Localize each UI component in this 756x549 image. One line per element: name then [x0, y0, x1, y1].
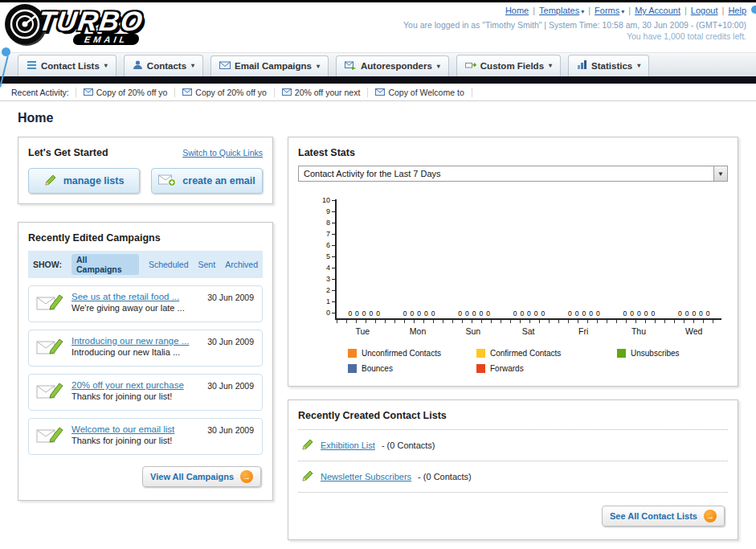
latest-stats-title: Latest Stats [298, 147, 728, 158]
top-link-help[interactable]: Help [728, 6, 746, 15]
legend-label: Forwards [490, 364, 524, 373]
campaign-title-link[interactable]: Welcome to our email list [72, 424, 174, 434]
recent-activity-label: Recent Activity: [11, 88, 69, 97]
recent-activity-item[interactable]: Copy of Welcome to [368, 88, 472, 97]
arrow-right-icon: → [240, 470, 253, 483]
legend-label: Unsubscribes [631, 349, 680, 358]
contact-list-link[interactable]: Exhibition List [321, 440, 375, 450]
nav-tab-contacts[interactable]: Contacts ▾ [124, 55, 203, 76]
campaign-subtitle: Thanks for joining our list! [72, 391, 184, 401]
nav-tab-contact-lists[interactable]: Contact Lists ▾ [18, 55, 116, 76]
left-column: Let's Get Started Switch to Quick Links … [18, 137, 273, 501]
recent-activity-item[interactable]: Copy of 20% off yo [76, 88, 176, 97]
contact-list-link[interactable]: Newsletter Subscribers [321, 472, 411, 481]
filter-scheduled[interactable]: Scheduled [149, 260, 189, 269]
legend-item: Unsubscribes [617, 349, 721, 358]
header: TURBO EMAIL Home|Templates▾|Forms▾|My Ac… [0, 2, 756, 52]
create-email-button[interactable]: create an email [151, 168, 263, 194]
nav-tab-label: Statistics [591, 61, 632, 71]
recent-contact-lists-box: Recently Created Contact Lists Exhibitio… [288, 399, 738, 540]
bar-group: 00000 [337, 199, 391, 318]
credits-info: You have 1,000 total credits left. [403, 31, 746, 41]
filter-archived[interactable]: Archived [225, 260, 258, 269]
recent-activity-item[interactable]: Copy of 20% off yo [175, 88, 275, 97]
logo-wordmark: TURBO EMAIL [39, 6, 144, 37]
legend-swatch [476, 349, 485, 358]
top-link-templates-label: Templates [539, 6, 579, 15]
logo-subtitle: EMAIL [72, 34, 140, 45]
view-all-campaigns-button[interactable]: View All Campaigns → [142, 466, 261, 487]
top-link-home[interactable]: Home [505, 6, 529, 15]
legend-label: Confirmed Contacts [490, 349, 561, 358]
bar-value-label: 0 [411, 309, 415, 318]
bar-value-label: 0 [541, 309, 546, 318]
legend-item: Bounces [348, 364, 476, 373]
top-link-forms[interactable]: Forms▾ [595, 6, 624, 15]
nav-tab-label: Custom Fields [480, 61, 544, 71]
campaign-title-link[interactable]: 20% off your next purchase [72, 380, 184, 390]
switch-quick-links-link[interactable]: Switch to Quick Links [182, 148, 263, 158]
decorative-dot-right [751, 6, 756, 14]
campaign-row[interactable]: 20% off your next purchase Thanks for jo… [28, 374, 263, 411]
nav-tab-custom-fields[interactable]: Custom Fields ▾ [456, 55, 561, 76]
campaign-row[interactable]: See us at the retail food ... We're givi… [28, 285, 263, 322]
main-content: Home Let's Get Started Switch to Quick L… [0, 101, 756, 549]
legend-swatch [348, 364, 357, 373]
pencil-icon [44, 174, 57, 189]
separator: | [588, 6, 590, 15]
bar-value-label: 0 [644, 309, 648, 318]
see-all-contact-lists-button[interactable]: See All Contact Lists → [602, 506, 725, 526]
campaign-subtitle: We're giving away our late ... [72, 303, 185, 313]
envelope-pencil-icon [36, 380, 63, 404]
top-link-templates[interactable]: Templates▾ [539, 6, 584, 15]
main-nav: Contact Lists ▾ Contacts ▾ Email Campaig… [0, 52, 756, 76]
contact-list-item[interactable]: Newsletter Subscribers - (0 Contacts) [298, 461, 728, 493]
contact-list-item[interactable]: Exhibition List - (0 Contacts) [298, 430, 728, 461]
turbo-email-logo: TURBO EMAIL [5, 4, 144, 44]
bar-value-label: 0 [355, 309, 359, 318]
campaign-title-link[interactable]: See us at the retail food ... [72, 292, 185, 301]
nav-tab-statistics[interactable]: Statistics ▾ [568, 55, 649, 76]
bar-value-label: 0 [362, 309, 366, 318]
x-tick-label: Sun [445, 323, 501, 336]
nav-tab-autoresponders[interactable]: Autoresponders ▾ [336, 55, 449, 76]
bar-value-label: 0 [589, 309, 593, 318]
stats-period-select[interactable]: Contact Activity for the Last 7 Days ▼ [298, 166, 728, 182]
bar-value-label: 0 [376, 309, 380, 318]
filter-sent[interactable]: Sent [198, 260, 216, 269]
manage-lists-button[interactable]: manage lists [28, 168, 140, 194]
bar-value-label: 0 [479, 309, 483, 318]
bar-value-label: 0 [513, 309, 517, 318]
recent-activity-text: Copy of 20% off yo [195, 88, 267, 97]
recent-contact-lists-title: Recently Created Contact Lists [298, 410, 728, 421]
top-link-my-account[interactable]: My Account [635, 6, 680, 15]
nav-tab-label: Email Campaigns [235, 61, 312, 71]
latest-stats-box: Latest Stats Contact Activity for the La… [288, 137, 738, 387]
nav-tab-email-campaigns[interactable]: Email Campaigns ▾ [210, 55, 329, 76]
recent-campaigns-box: Recently Edited Campaigns SHOW: All Camp… [18, 222, 273, 501]
contact-activity-chart: 109876543210 000000000000000000000000000… [319, 199, 721, 373]
chart-legend: Unconfirmed ContactsConfirmed ContactsUn… [348, 349, 721, 373]
login-info: You are logged in as "Timothy Smith" | S… [403, 20, 746, 30]
bar-value-label: 0 [568, 309, 572, 318]
y-tick-label: 3 [326, 275, 335, 283]
campaign-title-link[interactable]: Introducing our new range ... [72, 336, 189, 346]
bar-value-label: 0 [486, 309, 490, 318]
filter-all-campaigns[interactable]: All Campaigns [72, 254, 139, 275]
campaign-row[interactable]: Introducing our new range ... Introducin… [28, 330, 263, 367]
chevron-down-icon: ▾ [104, 62, 108, 69]
logo-title: TURBO [36, 6, 145, 37]
bar-value-label: 0 [403, 309, 407, 318]
y-tick-label: 5 [326, 252, 335, 260]
legend-swatch [617, 349, 626, 358]
bar-value-label: 0 [527, 309, 531, 318]
bar-value-label: 0 [472, 309, 476, 318]
campaign-row[interactable]: Welcome to our email list Thanks for joi… [28, 418, 263, 455]
recent-activity-item[interactable]: 20% off your next [275, 88, 369, 97]
top-link-logout[interactable]: Logout [691, 6, 718, 15]
bar-value-label: 0 [685, 309, 689, 318]
envelope-pencil-icon [36, 424, 63, 449]
chart-y-axis: 109876543210 [319, 196, 335, 317]
email-icon [182, 88, 192, 97]
y-tick-label: 9 [326, 207, 335, 215]
